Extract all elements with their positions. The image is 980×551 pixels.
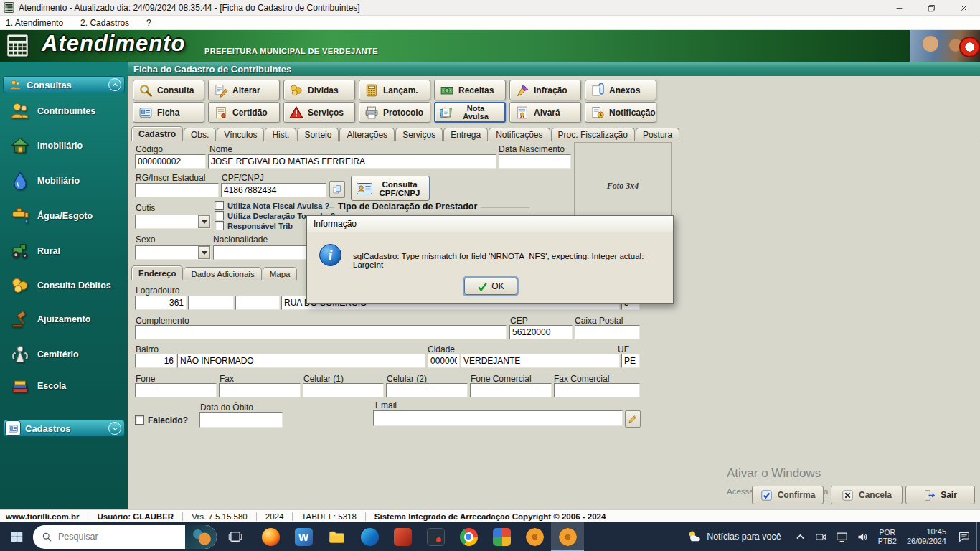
cutis-dropdown-button[interactable] xyxy=(198,215,210,228)
taskbar-app-red[interactable] xyxy=(386,522,419,551)
toolbar-button-notificacao[interactable]: Notificação xyxy=(585,102,656,123)
bairro-input[interactable] xyxy=(177,354,425,368)
bairro-codigo-input[interactable] xyxy=(135,354,176,368)
toolbar-button-anexos[interactable]: Anexos xyxy=(585,80,656,100)
fone-input[interactable] xyxy=(135,383,217,397)
taskbar-search[interactable] xyxy=(33,525,217,549)
cidade-codigo-input[interactable] xyxy=(428,354,460,368)
data-nascimento-input[interactable] xyxy=(499,154,571,169)
search-input[interactable] xyxy=(58,532,159,542)
tab-postura[interactable]: Postura xyxy=(636,128,679,141)
celular1-input[interactable] xyxy=(303,383,384,397)
taskbar-app-phone-link[interactable] xyxy=(419,522,452,551)
taskbar-app-chrome[interactable] xyxy=(452,522,485,551)
cancela-button[interactable]: Cancela xyxy=(831,486,903,504)
taskbar-app-edge[interactable] xyxy=(353,522,386,551)
toolbar-button-receitas[interactable]: Receitas xyxy=(434,80,506,100)
logradouro-titulo-input[interactable] xyxy=(235,296,280,310)
notification-center-button[interactable] xyxy=(952,522,976,551)
consulta-cpf-cnpj-button[interactable]: Consulta CPF/CNPJ xyxy=(351,176,430,201)
tab-cadastro[interactable]: Cadastro xyxy=(131,126,183,141)
tab-sorteio[interactable]: Sorteio xyxy=(297,128,339,141)
sidebar-item-agua-esgoto[interactable]: Água/Esgoto xyxy=(10,204,125,228)
logradouro-tipo-input[interactable] xyxy=(188,296,234,310)
sidebar-item-consulta-debitos[interactable]: Consulta Débitos xyxy=(10,273,125,298)
tab-proc-fiscalizacao[interactable]: Proc. Fiscalização xyxy=(551,128,635,141)
sidebar-item-mobiliario[interactable]: Mobiliário xyxy=(10,169,125,193)
taskbar-app-gear[interactable] xyxy=(518,522,551,551)
hidden-icons-button[interactable] xyxy=(794,530,807,543)
email-edit-button[interactable] xyxy=(625,410,641,428)
volume-tray-button[interactable] xyxy=(857,530,870,543)
uf-input[interactable] xyxy=(621,354,640,368)
close-button[interactable] xyxy=(948,0,980,16)
toolbar-button-ficha[interactable]: Ficha xyxy=(133,102,204,123)
toolbar-button-infracao[interactable]: Infração xyxy=(509,80,581,100)
toolbar-button-alterar[interactable]: Alterar xyxy=(208,80,280,100)
camera-tray-button[interactable] xyxy=(815,530,828,543)
nome-input[interactable] xyxy=(208,154,496,169)
sidebar-item-contribuintes[interactable]: Contribuintes xyxy=(10,99,125,123)
language-indicator[interactable]: POR PTB2 xyxy=(874,528,901,545)
collapse-section-button[interactable] xyxy=(108,78,121,91)
sidebar-item-ajuizamento[interactable]: Ajuizamento xyxy=(10,307,125,331)
toolbar-button-nota-avulsa[interactable]: Nota Avulsa xyxy=(434,102,506,123)
taskbar-app-grid[interactable] xyxy=(485,522,518,551)
codigo-input[interactable] xyxy=(135,154,206,169)
celular2-input[interactable] xyxy=(386,383,468,397)
subtab-endereco[interactable]: Endereço xyxy=(131,265,183,280)
taskbar-app-word[interactable] xyxy=(287,522,320,551)
show-desktop-button[interactable] xyxy=(976,522,980,551)
fax-input[interactable] xyxy=(219,383,301,397)
cpf-copy-button[interactable] xyxy=(329,181,345,198)
ok-button[interactable]: OK xyxy=(464,278,517,295)
rg-input[interactable] xyxy=(135,183,219,197)
email-input[interactable] xyxy=(373,410,623,426)
subtab-dados-adicionais[interactable]: Dados Adicionais xyxy=(184,267,261,280)
checkbox-responsavel[interactable] xyxy=(215,221,224,230)
checkbox-nota-fiscal-avulsa[interactable] xyxy=(215,201,224,210)
toolbar-button-servicos[interactable]: Serviços xyxy=(283,102,355,123)
toolbar-button-certidao[interactable]: Certidão xyxy=(208,102,280,123)
restore-button[interactable] xyxy=(915,0,948,16)
tab-vinculos[interactable]: Vínculos xyxy=(217,128,264,141)
toolbar-button-lancamentos[interactable]: Lançam. xyxy=(359,80,430,100)
sidebar-item-cemiterio[interactable]: Cemitério xyxy=(10,342,125,367)
tab-servicos[interactable]: Serviços xyxy=(395,128,443,141)
caixa-postal-input[interactable] xyxy=(575,325,640,339)
subtab-mapa[interactable]: Mapa xyxy=(263,267,298,280)
cep-input[interactable] xyxy=(509,325,573,339)
fone-comercial-input[interactable] xyxy=(470,383,552,397)
expand-section-button[interactable] xyxy=(108,422,121,435)
tab-notificacoes[interactable]: Notificações xyxy=(489,128,550,141)
complemento-input[interactable] xyxy=(135,325,507,339)
toolbar-button-dividas[interactable]: Dividas xyxy=(283,80,355,100)
tab-alteracoes[interactable]: Alterações xyxy=(339,128,395,141)
news-widget[interactable]: Notícias para você xyxy=(678,522,790,551)
confirma-button[interactable]: Confirma xyxy=(752,486,824,504)
tab-hist[interactable]: Hist. xyxy=(265,128,296,141)
taskbar-app-gear-active[interactable] xyxy=(551,522,584,551)
checkbox-declaracao-tomador[interactable] xyxy=(215,211,224,220)
sidebar-item-escola[interactable]: Escola xyxy=(10,374,125,398)
menu-item-atendimento[interactable]: 1. Atendimento xyxy=(6,18,63,28)
minimize-button[interactable] xyxy=(883,0,915,16)
sair-button[interactable]: Sair xyxy=(905,486,975,504)
task-view-button[interactable] xyxy=(221,522,250,551)
display-tray-button[interactable] xyxy=(836,530,849,543)
logradouro-codigo-input[interactable] xyxy=(135,296,187,310)
search-highlight-image[interactable] xyxy=(185,525,217,549)
toolbar-button-consulta[interactable]: Consulta xyxy=(133,80,204,100)
taskbar-clock[interactable]: 10:45 26/09/2024 xyxy=(901,527,952,546)
taskbar-app-file-explorer[interactable] xyxy=(320,522,353,551)
cidade-input[interactable] xyxy=(461,354,620,368)
falecido-checkbox[interactable] xyxy=(135,415,144,425)
sidebar-item-imobiliario[interactable]: Imobiliário xyxy=(10,133,125,158)
cpf-input[interactable] xyxy=(221,183,326,197)
sidebar-section-consultas[interactable]: Consultas xyxy=(3,76,125,93)
menu-item-cadastros[interactable]: 2. Cadastros xyxy=(80,18,129,28)
taskbar-app-firefox[interactable] xyxy=(254,522,287,551)
sexo-dropdown-button[interactable] xyxy=(198,246,210,259)
sidebar-section-cadastros[interactable]: Cadastros xyxy=(3,420,125,437)
toolbar-button-protocolo[interactable]: Protocolo xyxy=(359,102,430,123)
